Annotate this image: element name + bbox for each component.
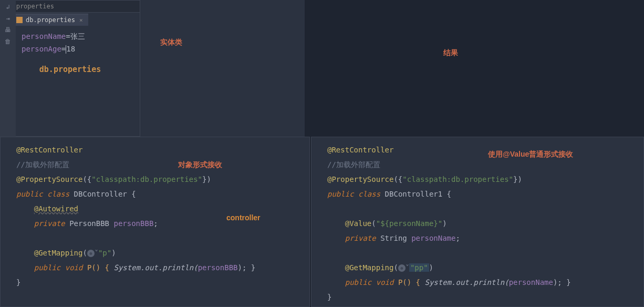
globe-icon[interactable]: ⊕ — [398, 264, 406, 272]
globe-icon[interactable]: ⊕ — [87, 250, 95, 257]
properties-breadcrumb: db.properties — [1, 1, 140, 13]
code-line — [327, 245, 637, 260]
code-line: @GetMapping(⊕˅"pp") — [327, 260, 637, 275]
properties-panel: db.properties db.properties × 1 personNa… — [0, 0, 140, 137]
controller-right-label: 使用@Value普通形式接收 — [488, 150, 573, 159]
code-line: public void P() { System.out.println(per… — [16, 260, 303, 275]
code-line: } — [327, 290, 637, 304]
controller-label-2: controller — [226, 213, 261, 222]
tab-label: db.properties — [26, 16, 75, 24]
code-area[interactable]: @RestController //加载外部配置 @PropertySource… — [1, 137, 309, 295]
scroll-icon[interactable]: ⇥ — [4, 15, 12, 22]
properties-file-icon — [16, 17, 23, 23]
controller-left-panel: 对象形式接收 controller @RestController //加载外部… — [0, 137, 310, 307]
panel-title: db.properties — [1, 59, 140, 79]
result-label: 结果 — [443, 48, 458, 58]
code-line: //加载外部配置 — [327, 157, 637, 172]
code-text: personName=张三 — [22, 30, 140, 43]
file-tab[interactable]: db.properties × — [11, 14, 88, 26]
code-line: } — [16, 275, 303, 290]
code-area[interactable]: 1 personName=张三 2 personAge=18 — [1, 26, 140, 59]
trash-icon[interactable]: 🗑 — [4, 38, 12, 45]
code-line: @RestController — [16, 142, 303, 157]
close-icon[interactable]: × — [79, 17, 83, 24]
code-line: @PropertySource({"classpath:db.propertie… — [327, 172, 637, 187]
controller-label-1: 对象形式接收 — [178, 160, 222, 170]
code-line: @PropertySource({"classpath:db.propertie… — [16, 172, 303, 187]
controller-right-panel: 使用@Value普通形式接收 @RestController //加载外部配置 … — [311, 137, 644, 307]
code-line: 2 personAge=18 — [1, 43, 140, 55]
code-line: private String personName; — [327, 231, 637, 245]
code-area[interactable]: @RestController //加载外部配置 @PropertySource… — [311, 137, 643, 307]
code-line: public void P() { System.out.println(per… — [327, 275, 637, 290]
code-line: 1 personName=张三 — [1, 30, 140, 43]
code-line: //加载外部配置 — [16, 157, 303, 172]
wrap-icon[interactable]: ↲ — [4, 3, 12, 11]
code-line: public class DBController { — [16, 187, 303, 201]
code-line: @Value("${personName}") — [327, 216, 637, 231]
entity-label: 实体类 — [160, 38, 182, 47]
print-icon[interactable]: 🖶 — [4, 26, 12, 34]
code-text: personAge=18 — [22, 43, 140, 55]
code-line — [16, 231, 303, 245]
code-line: @RestController — [327, 142, 637, 157]
code-line: public class DBController1 { — [327, 187, 637, 201]
code-line — [327, 201, 637, 216]
code-line: @GetMapping(⊕˅"p") — [16, 245, 303, 260]
